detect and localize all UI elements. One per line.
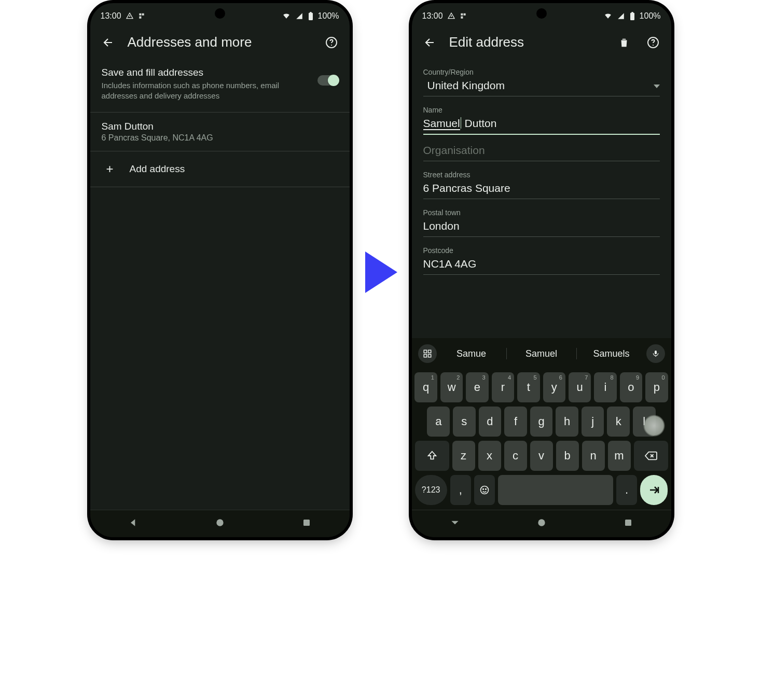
key-o[interactable]: o9 <box>620 372 642 402</box>
key-k[interactable]: k <box>607 407 630 437</box>
touch-indicator <box>643 415 665 437</box>
svg-rect-2 <box>310 12 311 13</box>
key-i[interactable]: i8 <box>594 372 616 402</box>
key-x[interactable]: x <box>478 441 501 471</box>
backspace-key[interactable] <box>634 441 668 471</box>
organisation-field[interactable]: Organisation <box>423 144 660 161</box>
comma-key[interactable]: , <box>450 475 471 505</box>
back-icon[interactable] <box>423 36 437 49</box>
name-field[interactable]: Name Samuel Dutton <box>423 106 660 135</box>
suggestion-1[interactable]: Samue <box>442 348 501 359</box>
key-n[interactable]: n <box>582 441 605 471</box>
svg-point-18 <box>482 489 483 490</box>
name-value: Samuel Dutton <box>423 117 660 131</box>
help-icon[interactable] <box>646 36 660 49</box>
svg-point-19 <box>485 489 486 490</box>
nav-recent-icon[interactable] <box>302 518 311 529</box>
phone-edit-address: 13:00 100% Edit address <box>412 3 671 537</box>
svg-rect-21 <box>625 520 631 526</box>
camera-notch <box>215 8 225 19</box>
delete-icon[interactable] <box>617 36 631 49</box>
chevron-down-icon <box>654 85 660 88</box>
key-g[interactable]: g <box>530 407 553 437</box>
key-z[interactable]: z <box>452 441 475 471</box>
street-label: Street address <box>423 171 660 179</box>
battery-icon <box>308 12 314 20</box>
shift-key[interactable] <box>415 441 449 471</box>
name-label: Name <box>423 106 660 114</box>
svg-point-20 <box>538 519 545 526</box>
battery-percent: 100% <box>640 11 661 21</box>
help-icon[interactable] <box>325 36 338 49</box>
edit-address-form: Country/Region United Kingdom Name Samue… <box>412 68 671 275</box>
nav-bar <box>412 510 671 537</box>
nav-home-icon[interactable] <box>215 517 225 530</box>
svg-rect-12 <box>424 350 426 353</box>
save-fill-toggle-row[interactable]: Save and fill addresses Includes informa… <box>90 59 350 113</box>
svg-point-7 <box>450 16 452 17</box>
key-p[interactable]: p0 <box>645 372 668 402</box>
street-field[interactable]: Street address 6 Pancras Square <box>423 171 660 199</box>
suggestion-2[interactable]: Samuel <box>512 348 571 359</box>
key-v[interactable]: v <box>530 441 553 471</box>
key-u[interactable]: u7 <box>569 372 591 402</box>
nav-hide-keyboard-icon[interactable] <box>450 517 460 530</box>
go-key[interactable] <box>640 475 668 505</box>
suggestion-bar: Samue Samuel Samuels <box>415 342 668 368</box>
space-key[interactable] <box>498 475 613 505</box>
key-a[interactable]: a <box>427 407 450 437</box>
key-m[interactable]: m <box>608 441 631 471</box>
nav-home-icon[interactable] <box>536 517 547 530</box>
mic-icon[interactable] <box>646 344 665 363</box>
entry-name: Sam Dutton <box>102 121 338 132</box>
clipboard-icon[interactable] <box>418 344 437 363</box>
key-f[interactable]: f <box>504 407 527 437</box>
keyboard: Samue Samuel Samuels q1w2e3r4t5y6u7i8o9p… <box>412 338 671 510</box>
key-d[interactable]: d <box>479 407 502 437</box>
signal-icon <box>617 12 625 20</box>
back-icon[interactable] <box>102 36 115 49</box>
key-b[interactable]: b <box>556 441 579 471</box>
svg-rect-1 <box>309 13 313 20</box>
numeric-key[interactable]: ?123 <box>415 475 447 505</box>
key-j[interactable]: j <box>582 407 604 437</box>
key-c[interactable]: c <box>504 441 527 471</box>
battery-icon <box>629 12 635 20</box>
key-q[interactable]: q1 <box>414 372 437 402</box>
country-field[interactable]: Country/Region United Kingdom <box>423 68 660 96</box>
key-h[interactable]: h <box>556 407 578 437</box>
key-r[interactable]: r4 <box>492 372 514 402</box>
toggle-switch[interactable] <box>317 75 338 86</box>
svg-point-4 <box>331 45 332 46</box>
nav-back-icon[interactable] <box>128 517 139 530</box>
key-w[interactable]: w2 <box>440 372 463 402</box>
key-e[interactable]: e3 <box>466 372 488 402</box>
dnd-icon <box>447 12 455 20</box>
postcode-label: Postcode <box>423 246 660 255</box>
address-entry[interactable]: Sam Dutton 6 Pancras Square, NC1A 4AG <box>90 113 350 151</box>
plus-icon: + <box>105 162 115 176</box>
svg-point-17 <box>480 486 488 494</box>
signal-icon <box>295 12 303 20</box>
app-bar: Addresses and more <box>90 24 350 59</box>
nav-recent-icon[interactable] <box>624 518 633 529</box>
flag-icon <box>460 12 467 20</box>
town-field[interactable]: Postal town London <box>423 208 660 237</box>
app-bar: Edit address <box>412 24 671 59</box>
svg-rect-6 <box>303 520 310 526</box>
key-s[interactable]: s <box>453 407 476 437</box>
key-t[interactable]: t5 <box>517 372 539 402</box>
status-time: 13:00 <box>101 11 121 21</box>
emoji-key[interactable] <box>474 475 495 505</box>
street-value: 6 Pancras Square <box>423 182 660 195</box>
svg-point-5 <box>217 519 224 526</box>
add-address-row[interactable]: + Add address <box>90 151 350 187</box>
flag-icon <box>138 12 145 20</box>
keyboard-row-4: ?123 , . <box>415 475 668 505</box>
key-y[interactable]: y6 <box>543 372 565 402</box>
camera-notch <box>536 8 547 19</box>
svg-rect-14 <box>424 355 426 357</box>
period-key[interactable]: . <box>616 475 637 505</box>
suggestion-3[interactable]: Samuels <box>582 348 641 359</box>
postcode-field[interactable]: Postcode NC1A 4AG <box>423 246 660 275</box>
